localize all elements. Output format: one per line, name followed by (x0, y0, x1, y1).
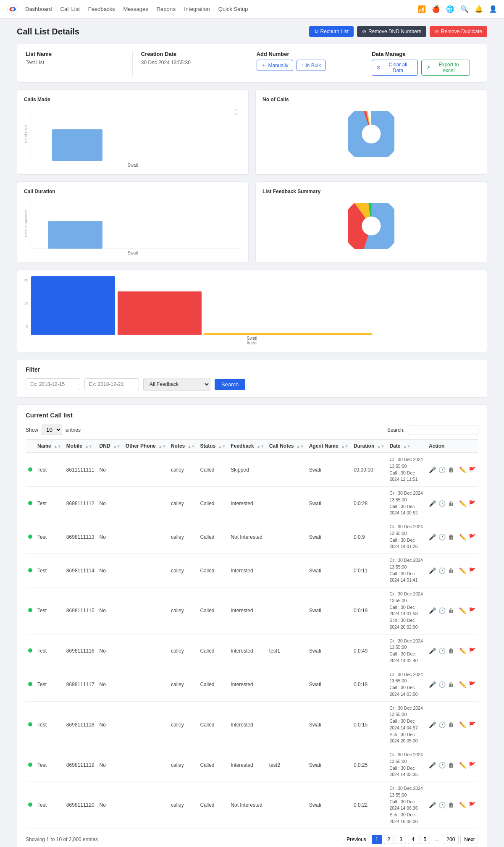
delete-action-icon[interactable]: 🗑 (448, 681, 454, 688)
page-200[interactable]: 200 (443, 835, 459, 844)
delete-action-icon[interactable]: 🗑 (448, 648, 454, 654)
search-button[interactable]: Search (215, 379, 245, 390)
call-action-icon[interactable]: 🎤 (429, 681, 436, 688)
date-to-input[interactable] (84, 378, 139, 390)
col-dnd[interactable]: DND ▲▼ (97, 440, 123, 453)
history-action-icon[interactable]: 🕐 (438, 467, 446, 473)
history-action-icon[interactable]: 🕐 (438, 721, 446, 728)
delete-action-icon[interactable]: 🗑 (448, 607, 454, 614)
bell-icon[interactable]: 🔔 (475, 5, 483, 13)
edit-action-icon[interactable]: ✏️ (459, 802, 466, 808)
status-indicator (28, 648, 32, 653)
nav-reports[interactable]: Reports (157, 4, 176, 14)
nav-calllist[interactable]: Call List (60, 4, 80, 14)
col-date[interactable]: Date ▲▼ (387, 440, 426, 453)
row-duration: 0:0:18 (351, 668, 387, 701)
call-action-icon[interactable]: 🎤 (429, 534, 436, 540)
call-action-icon[interactable]: 🎤 (429, 802, 436, 808)
flag-action-icon[interactable]: 🚩 (469, 721, 476, 728)
remove-dnd-button[interactable]: ⊘ Remove DND Numbers (357, 26, 426, 37)
call-action-icon[interactable]: 🎤 (429, 467, 436, 473)
call-action-icon[interactable]: 🎤 (429, 607, 436, 614)
edit-action-icon[interactable]: ✏️ (459, 467, 466, 473)
y-val-10: 10 (24, 301, 28, 305)
history-action-icon[interactable]: 🕐 (438, 534, 446, 540)
edit-action-icon[interactable]: ✏️ (459, 681, 466, 688)
manually-button[interactable]: ＋ Manually (257, 60, 293, 71)
call-duration-title: Call Duration (24, 189, 242, 194)
edit-action-icon[interactable]: ✏️ (459, 567, 466, 574)
delete-action-icon[interactable]: 🗑 (448, 534, 454, 540)
edit-action-icon[interactable]: ✏️ (459, 648, 466, 654)
flag-action-icon[interactable]: 🚩 (469, 467, 476, 473)
table-search-input[interactable] (408, 425, 478, 435)
col-call-notes[interactable]: Call Notes ▲▼ (267, 440, 307, 453)
col-feedback[interactable]: Feedback ▲▼ (228, 440, 267, 453)
flag-action-icon[interactable]: 🚩 (469, 567, 476, 574)
call-action-icon[interactable]: 🎤 (429, 500, 436, 507)
edit-action-icon[interactable]: ✏️ (459, 534, 466, 540)
history-action-icon[interactable]: 🕐 (438, 500, 446, 507)
edit-action-icon[interactable]: ✏️ (459, 721, 466, 728)
flag-action-icon[interactable]: 🚩 (469, 802, 476, 808)
delete-action-icon[interactable]: 🗑 (448, 500, 454, 507)
edit-action-icon[interactable]: ✏️ (459, 607, 466, 614)
entries-select[interactable]: 10 (42, 425, 62, 435)
prev-button[interactable]: Previous (343, 835, 370, 844)
rechurn-button[interactable]: ↻ Rechurn List (309, 26, 354, 37)
user-icon[interactable]: 👤 (489, 5, 497, 13)
history-action-icon[interactable]: 🕐 (438, 802, 446, 808)
history-action-icon[interactable]: 🕐 (438, 567, 446, 574)
delete-action-icon[interactable]: 🗑 (448, 762, 454, 768)
feedback-filter-select[interactable]: All Feedback (143, 378, 210, 391)
call-action-icon[interactable]: 🎤 (429, 567, 436, 574)
page-3[interactable]: 3 (396, 835, 406, 844)
col-duration[interactable]: Duration ▲▼ (351, 440, 387, 453)
page-5[interactable]: 5 (420, 835, 430, 844)
page-2[interactable]: 2 (384, 835, 394, 844)
history-action-icon[interactable]: 🕐 (438, 648, 446, 654)
search-icon[interactable]: 🔍 (460, 5, 469, 13)
col-mobile[interactable]: Mobile ▲▼ (64, 440, 97, 453)
col-agent[interactable]: Agent Name ▲▼ (307, 440, 351, 453)
export-button[interactable]: ↗ Export to excel (421, 60, 470, 76)
call-action-icon[interactable]: 🎤 (429, 762, 436, 768)
remove-duplicate-button[interactable]: ⊘ Remove Duplicate (430, 26, 487, 37)
flag-action-icon[interactable]: 🚩 (469, 648, 476, 654)
nav-feedbacks[interactable]: Feedbacks (88, 4, 115, 14)
history-action-icon[interactable]: 🕐 (438, 762, 446, 768)
delete-action-icon[interactable]: 🗑 (448, 802, 454, 808)
col-status[interactable]: Status ▲▼ (197, 440, 228, 453)
history-action-icon[interactable]: 🕐 (438, 607, 446, 614)
delete-action-icon[interactable]: 🗑 (448, 467, 454, 473)
delete-action-icon[interactable]: 🗑 (448, 567, 454, 574)
flag-action-icon[interactable]: 🚩 (469, 762, 476, 768)
flag-action-icon[interactable]: 🚩 (469, 607, 476, 614)
col-notes[interactable]: Notes ▲▼ (168, 440, 198, 453)
page-4[interactable]: 4 (408, 835, 418, 844)
nav-quicksetup[interactable]: Quick Setup (218, 4, 248, 14)
edit-action-icon[interactable]: ✏️ (459, 500, 466, 507)
col-other-phone[interactable]: Other Phone ▲▼ (123, 440, 168, 453)
col-name[interactable]: Name ▲▼ (35, 440, 64, 453)
table-row: Test 8698111117 No calley Called Interes… (26, 668, 478, 701)
in-bulk-button[interactable]: ↑ In Bulk (297, 60, 326, 71)
delete-action-icon[interactable]: 🗑 (448, 721, 454, 728)
clear-data-button[interactable]: ⊘ Clear all Data (372, 60, 418, 76)
nav-messages[interactable]: Messages (123, 4, 148, 14)
call-action-icon[interactable]: 🎤 (429, 721, 436, 728)
page-1[interactable]: 1 (372, 835, 382, 844)
col-action: Action (426, 440, 478, 453)
agent-chart-y-axis: 20 10 0 (24, 276, 31, 335)
date-from-input[interactable] (26, 378, 80, 390)
row-feedback: Skipped (228, 453, 267, 487)
edit-action-icon[interactable]: ✏️ (459, 762, 466, 768)
next-button[interactable]: Next (460, 835, 478, 844)
nav-integration[interactable]: Integration (184, 4, 210, 14)
nav-dashboard[interactable]: Dashboard (25, 4, 52, 14)
flag-action-icon[interactable]: 🚩 (469, 681, 476, 688)
flag-action-icon[interactable]: 🚩 (469, 534, 476, 540)
call-action-icon[interactable]: 🎤 (429, 648, 436, 654)
history-action-icon[interactable]: 🕐 (438, 681, 446, 688)
flag-action-icon[interactable]: 🚩 (469, 500, 476, 507)
